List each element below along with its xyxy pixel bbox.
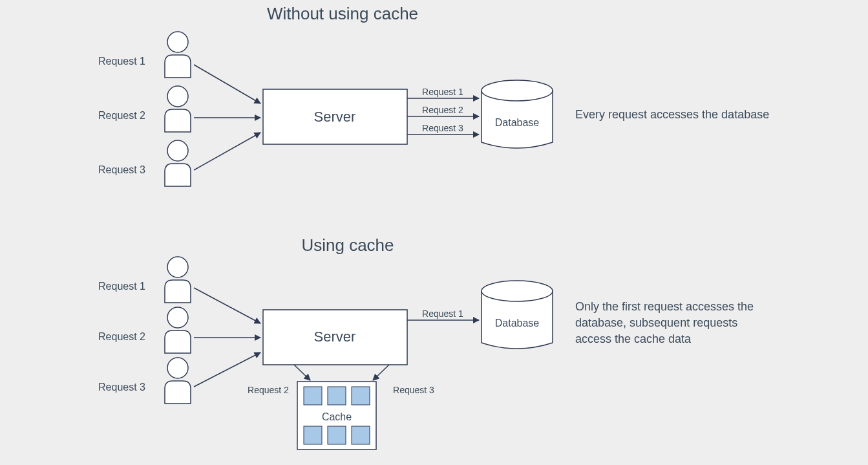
arrow-label-req1-b: Request 1: [422, 308, 463, 319]
user1-label: Request 1: [98, 56, 145, 67]
title-using-cache: Using cache: [301, 235, 394, 255]
svg-point-5: [167, 307, 188, 328]
cache-cell: [352, 426, 370, 444]
svg-point-7: [482, 281, 553, 301]
database-icon-2: [482, 281, 553, 349]
cache-cell: [304, 387, 322, 405]
arrow-user3-server-1: [194, 133, 260, 170]
title-without-cache: Without using cache: [267, 4, 418, 23]
user3-label-b: Request 3: [98, 382, 145, 393]
arrow-user1-server-1: [194, 65, 260, 103]
cache-cell: [328, 426, 346, 444]
svg-point-2: [167, 140, 188, 161]
cache-cell: [328, 387, 346, 405]
server-label-2: Server: [314, 329, 356, 345]
database-label-1: Database: [495, 117, 540, 128]
svg-point-3: [482, 80, 553, 101]
arrow-label-req3-a: Request 3: [422, 123, 463, 133]
cache-label: Cache: [322, 411, 352, 422]
user-icon-2: [165, 86, 191, 132]
svg-point-1: [167, 86, 188, 107]
user1-label-b: Request 1: [98, 281, 145, 292]
user2-label: Request 2: [98, 110, 145, 121]
user-icon-1b: [165, 257, 191, 303]
user-icon-3: [165, 140, 191, 186]
section-without-cache: Without using cache Request 1 Request 2 …: [98, 4, 769, 186]
cache-cell: [352, 387, 370, 405]
svg-point-0: [167, 32, 188, 52]
desc-without-cache: Every request accesses the database: [575, 108, 769, 121]
arrow-server-cache-right: [373, 365, 389, 380]
svg-point-4: [167, 257, 188, 277]
user-icon-1: [165, 32, 191, 78]
arrow-user3-server-2: [194, 352, 260, 387]
arrow-label-req1-a: Request 1: [422, 87, 463, 97]
server-label-1: Server: [314, 109, 356, 125]
svg-point-6: [167, 358, 188, 378]
section-using-cache: Using cache Request 1 Request 2 Request …: [98, 235, 754, 449]
arrow-label-req2-a: Request 2: [422, 105, 463, 115]
cache-cell: [304, 426, 322, 444]
desc-using-cache-l3: access the cache data: [575, 332, 692, 345]
arrow-server-cache-left: [294, 365, 310, 380]
desc-using-cache-l1: Only the first request accesses the: [575, 300, 754, 313]
desc-using-cache-l2: database, subsequent requests: [575, 316, 737, 329]
user2-label-b: Request 2: [98, 331, 145, 342]
user-icon-3b: [165, 358, 191, 404]
user-icon-2b: [165, 307, 191, 353]
arrow-label-req3-b: Request 3: [393, 385, 434, 395]
arrow-user1-server-2: [194, 288, 260, 323]
database-icon-1: [482, 80, 553, 148]
database-label-2: Database: [495, 318, 540, 329]
arrow-label-req2-b: Request 2: [248, 385, 289, 395]
user3-label: Request 3: [98, 164, 145, 175]
